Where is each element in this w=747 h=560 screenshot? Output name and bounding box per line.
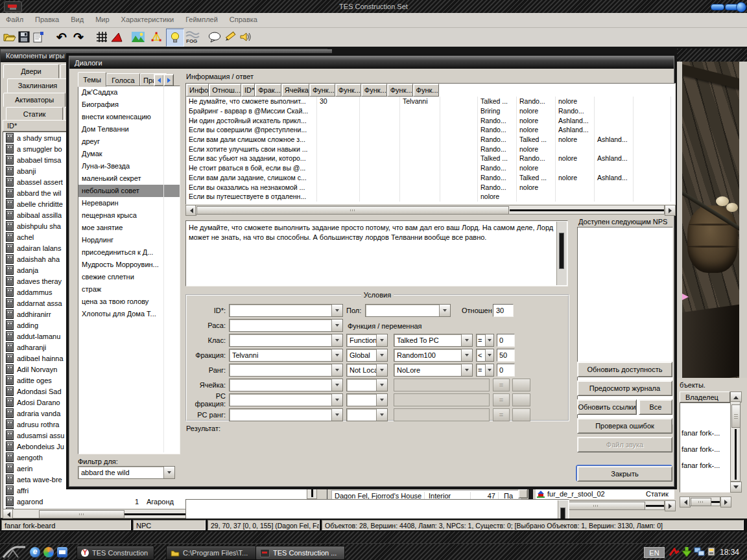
info-row[interactable]: Если вы путешествуете в отдаленн... nolo… bbox=[186, 192, 675, 202]
tab-topics[interactable]: Темы bbox=[78, 72, 106, 87]
condition-combo[interactable] bbox=[229, 364, 343, 377]
menu-item[interactable]: Справка bbox=[224, 13, 263, 27]
object-bottom-row[interactable]: fur_de_r_stool_02 Статик bbox=[536, 489, 674, 499]
info-grid-hscrollbar[interactable] bbox=[185, 205, 674, 215]
tray-update-icon[interactable] bbox=[682, 546, 692, 559]
info-row[interactable]: Если вы совершили @преступлени... Rando.… bbox=[186, 125, 675, 135]
chevron-down-icon[interactable] bbox=[331, 349, 342, 361]
topics-list[interactable]: Дж'СаддхаБиографиявнести компенсациюДом … bbox=[78, 86, 180, 454]
lightbulb-icon[interactable] bbox=[166, 29, 184, 47]
dialogue-balloon-icon[interactable] bbox=[208, 30, 222, 44]
topic-item[interactable]: дреуг bbox=[78, 135, 180, 148]
func-type-combo[interactable] bbox=[346, 408, 388, 421]
landscape-icon[interactable] bbox=[131, 30, 145, 44]
pathgrid-icon[interactable] bbox=[149, 30, 163, 44]
journal-preview-button[interactable]: Предосмотр журнала bbox=[577, 380, 672, 396]
all-button[interactable]: Все bbox=[639, 399, 672, 415]
column-header[interactable]: Функ... bbox=[309, 84, 335, 97]
topic-item[interactable]: Нордлинг bbox=[78, 234, 180, 246]
info-row[interactable]: Если вам дали задание, слишком с... Rand… bbox=[186, 173, 675, 183]
topic-item[interactable]: внести компенсацию bbox=[78, 111, 180, 123]
chevron-down-icon[interactable] bbox=[376, 334, 387, 346]
column-header[interactable]: Функ... bbox=[335, 84, 361, 97]
func-type-combo[interactable]: Not Local bbox=[346, 364, 388, 377]
object-row[interactable]: fanar fork-... bbox=[682, 461, 728, 469]
tray-network-icon[interactable] bbox=[694, 547, 705, 558]
func-name-combo[interactable]: NoLore bbox=[394, 364, 473, 377]
chevron-down-icon[interactable] bbox=[376, 379, 387, 391]
tab-static[interactable]: Статик bbox=[6, 107, 63, 121]
condition-combo[interactable] bbox=[229, 319, 343, 332]
column-header[interactable]: Ячейка bbox=[281, 84, 309, 97]
func-type-combo[interactable]: Global bbox=[346, 349, 388, 362]
condition-combo[interactable] bbox=[229, 393, 343, 406]
response-vscrollbar[interactable] bbox=[556, 222, 567, 285]
topic-item[interactable]: Биография bbox=[78, 99, 180, 111]
menu-item[interactable]: Вид bbox=[65, 13, 89, 27]
func-value-field[interactable]: 0 bbox=[497, 334, 515, 347]
condition-combo[interactable]: Telvanni bbox=[229, 349, 343, 362]
chevron-down-icon[interactable] bbox=[331, 379, 342, 391]
topic-item[interactable]: Думак bbox=[78, 148, 180, 160]
render-viewport[interactable] bbox=[682, 62, 739, 378]
menu-item[interactable]: Мир bbox=[89, 13, 115, 27]
fog-icon[interactable]: FOG bbox=[184, 30, 201, 44]
chevron-down-icon[interactable] bbox=[331, 334, 342, 346]
properties-icon[interactable] bbox=[31, 30, 45, 44]
condition-combo[interactable] bbox=[229, 334, 343, 347]
func-op-combo[interactable]: = bbox=[476, 334, 494, 347]
language-indicator[interactable]: EN bbox=[644, 547, 665, 558]
tray-alert-icon[interactable] bbox=[669, 548, 680, 558]
angle-icon[interactable] bbox=[110, 30, 124, 44]
chevron-down-icon[interactable] bbox=[461, 349, 472, 361]
info-row[interactable]: Не думайте, что сможете выполнит...30 Te… bbox=[186, 97, 675, 106]
close-button[interactable] bbox=[736, 2, 746, 12]
objects-vscrollbar[interactable] bbox=[730, 391, 741, 491]
close-button[interactable]: Закрыть bbox=[576, 465, 672, 482]
grid-icon[interactable] bbox=[95, 30, 109, 44]
topic-item[interactable]: небольшой совет bbox=[78, 185, 180, 197]
info-grid-header[interactable]: ИнфоОтнош...ID*Фрак...ЯчейкаФунк...Функ.… bbox=[186, 84, 675, 97]
quicklaunch-ie-icon[interactable]: e bbox=[30, 547, 40, 557]
func-type-combo[interactable] bbox=[346, 379, 388, 391]
topic-item[interactable]: свежие сплетни bbox=[78, 271, 180, 283]
objects-list[interactable]: fanar fork-... fanar fork-... fanar fork… bbox=[680, 402, 731, 493]
topic-item[interactable]: пещерная крыса bbox=[78, 209, 180, 222]
topic-item[interactable]: Мудрость Морроувин... bbox=[78, 259, 180, 271]
start-button[interactable] bbox=[1, 545, 27, 559]
func-type-combo[interactable]: Function bbox=[346, 334, 388, 347]
func-name-combo[interactable]: Random100 bbox=[394, 349, 473, 362]
column-header[interactable]: Функ... bbox=[413, 84, 439, 97]
dialogue-titlebar[interactable]: Диалоги bbox=[69, 56, 674, 69]
tab-spells[interactable]: Заклинания bbox=[7, 78, 68, 93]
topic-item[interactable]: мое занятие bbox=[78, 222, 180, 234]
object-row[interactable]: fanar fork-... bbox=[682, 429, 728, 437]
func-type-combo[interactable] bbox=[346, 393, 388, 406]
chevron-down-icon[interactable] bbox=[331, 305, 342, 316]
topic-item[interactable]: цена за твою голову bbox=[78, 296, 180, 308]
chevron-down-icon[interactable] bbox=[163, 467, 174, 478]
topic-item[interactable]: Нереварин bbox=[78, 197, 180, 209]
tab-doors[interactable]: Двери bbox=[3, 64, 59, 78]
tab-scroll-right-icon[interactable] bbox=[163, 74, 174, 86]
filter-combo[interactable]: abbard the wild bbox=[78, 466, 175, 479]
menu-item[interactable]: Правка bbox=[29, 13, 65, 27]
topic-item[interactable]: маленький секрет bbox=[78, 172, 180, 185]
chevron-down-icon[interactable] bbox=[331, 409, 342, 421]
func-op-combo[interactable]: < bbox=[476, 349, 494, 362]
topic-item[interactable]: страж bbox=[78, 283, 180, 296]
error-check-button[interactable]: Проверка ошибок bbox=[577, 418, 672, 434]
redo-icon[interactable]: ↷ bbox=[71, 30, 86, 44]
chevron-down-icon[interactable] bbox=[331, 364, 342, 376]
disposition-field[interactable]: 30 bbox=[493, 304, 514, 317]
menu-item[interactable]: Характеристики bbox=[115, 13, 180, 27]
save-icon[interactable] bbox=[17, 30, 31, 44]
chevron-down-icon[interactable] bbox=[376, 409, 387, 421]
undo-icon[interactable]: ↶ bbox=[54, 30, 69, 44]
column-header[interactable]: Функ... bbox=[361, 84, 387, 97]
tab-scroll-left-icon[interactable] bbox=[154, 74, 164, 86]
info-grid[interactable]: ИнфоОтнош...ID*Фрак...ЯчейкаФунк...Функ.… bbox=[185, 83, 676, 205]
chevron-down-icon[interactable] bbox=[485, 364, 493, 376]
chevron-down-icon[interactable] bbox=[485, 334, 493, 346]
id-column-header[interactable]: ID* bbox=[3, 120, 71, 132]
